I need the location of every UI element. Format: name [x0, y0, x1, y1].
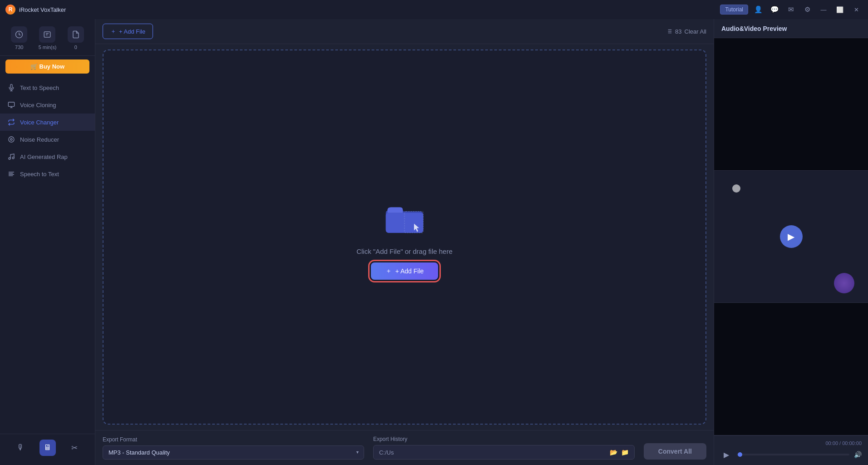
folder-open-icon[interactable]: 📂 [610, 449, 617, 456]
time-display: 00:00 / 00:00:00 [720, 440, 862, 446]
left-content: ＋ + Add File 83 Clear All [95, 19, 714, 465]
minimize-button[interactable]: — [817, 3, 830, 16]
folder-illustration [377, 195, 432, 240]
preview-videos: ▶ [714, 38, 868, 435]
add-file-plus-icon: ＋ [110, 27, 116, 35]
export-history-group: Export History C:/Us 📂 📁 [373, 436, 635, 460]
folder-svg [384, 199, 425, 236]
add-file-center-label: + Add File [395, 267, 424, 275]
preview-title: Audio&Video Preview [714, 19, 868, 38]
sidebar-item-ai-rap[interactable]: AI Generated Rap [0, 148, 95, 165]
add-file-label: + Add File [119, 28, 145, 35]
media-player: 00:00 / 00:00:00 ▶ 🔊 [714, 435, 868, 465]
stat-item-2: 5 min(s) [39, 26, 57, 50]
scissors-bottom-icon[interactable]: ✂ [66, 440, 83, 456]
purple-circle-decoration [834, 273, 854, 293]
add-file-center-button[interactable]: ＋ + Add File [371, 262, 439, 280]
speech-to-text-label: Speech to Text [20, 171, 59, 178]
app-title: iRocket VoxTalker [19, 6, 66, 13]
sidebar-item-voice-changer[interactable]: Voice Changer [0, 114, 95, 131]
voice-cloning-icon [7, 101, 15, 109]
stat-items: 730 [11, 26, 27, 50]
noise-reducer-label: Noise Reducer [20, 136, 59, 143]
voice-changer-label: Voice Changer [20, 119, 59, 126]
app-logo: R [5, 5, 15, 15]
stats-row: 730 5 min(s) 0 [0, 23, 95, 56]
sidebar-item-voice-cloning[interactable]: Voice Cloning [0, 96, 95, 114]
close-button[interactable]: ✕ [850, 3, 863, 16]
stat-730: 730 [15, 45, 23, 50]
svg-point-9 [9, 137, 14, 142]
export-format-select[interactable]: MP3 - Standard Quality [103, 445, 364, 460]
clear-all-button[interactable]: 83 Clear All [666, 28, 706, 35]
files-icon [68, 26, 84, 43]
video-slot-bottom [714, 303, 868, 435]
export-path-text: C:/Us [379, 449, 606, 456]
titlebar: R iRocket VoxTalker Tutorial 👤 💬 ✉ ⚙ — ⬜… [0, 0, 868, 19]
speech-to-text-icon [7, 170, 15, 178]
titlebar-right: Tutorial 👤 💬 ✉ ⚙ — ⬜ ✕ [720, 3, 863, 16]
voice-changer-icon [7, 118, 15, 126]
noise-reducer-icon [7, 135, 15, 143]
stat-mins: 5 min(s) [39, 45, 57, 50]
play-button[interactable]: ▶ [780, 225, 803, 248]
duration-icon [39, 26, 55, 43]
export-path-row: C:/Us 📂 📁 [373, 445, 635, 460]
mail-icon[interactable]: ✉ [784, 3, 797, 16]
svg-rect-6 [8, 102, 14, 106]
main-layout: 730 5 min(s) 0 🛒 Buy Now [0, 19, 868, 465]
timer-icon [11, 26, 27, 43]
svg-point-11 [9, 158, 10, 159]
buy-now-button[interactable]: 🛒 Buy Now [5, 59, 89, 74]
toolbar: ＋ + Add File 83 Clear All [95, 19, 714, 44]
folder-arrow-icon[interactable]: 📁 [621, 449, 629, 456]
export-format-group: Export Format MP3 - Standard Quality [103, 436, 364, 460]
sidebar-item-noise-reducer[interactable]: Noise Reducer [0, 131, 95, 148]
drop-zone[interactable]: Click "Add File" or drag file here ＋ + A… [103, 49, 706, 425]
add-file-button[interactable]: ＋ + Add File [103, 24, 153, 39]
preview-panel: Audio&Video Preview ▶ 00:00 / 00:00:00 [714, 19, 868, 465]
sidebar-bottom: 🎙 🖥 ✂ [0, 434, 95, 461]
play-small-button[interactable]: ▶ [720, 449, 732, 460]
settings-icon[interactable]: ⚙ [801, 3, 814, 16]
time-text: 00:00 / 00:00:00 [825, 440, 862, 446]
format-select-wrapper: MP3 - Standard Quality [103, 445, 364, 460]
chat-icon[interactable]: 💬 [768, 3, 781, 16]
maximize-button[interactable]: ⬜ [833, 3, 846, 16]
progress-bar[interactable] [737, 454, 849, 455]
video-slot-middle: ▶ [714, 171, 868, 303]
white-circle-decoration [732, 184, 740, 193]
stat-zero: 0 [74, 45, 77, 50]
export-history-label: Export History [373, 436, 635, 442]
export-bar: Export Format MP3 - Standard Quality Exp… [95, 430, 714, 465]
svg-point-12 [12, 157, 14, 159]
tutorial-button[interactable]: Tutorial [720, 5, 748, 15]
sidebar: 730 5 min(s) 0 🛒 Buy Now [0, 19, 95, 465]
convert-all-button[interactable]: Convert All [644, 443, 706, 460]
player-controls: ▶ 🔊 [720, 449, 862, 460]
export-format-label: Export Format [103, 436, 364, 443]
clear-all-label: Clear All [685, 28, 706, 35]
ai-rap-label: AI Generated Rap [20, 153, 68, 160]
video-slot-top [714, 38, 868, 171]
screen-bottom-icon[interactable]: 🖥 [39, 440, 56, 456]
titlebar-left: R iRocket VoxTalker [5, 5, 66, 15]
text-to-speech-icon [7, 84, 15, 92]
microphone-bottom-icon[interactable]: 🎙 [13, 440, 29, 456]
add-file-center-plus: ＋ [385, 267, 392, 275]
clear-count: 83 [675, 28, 681, 35]
volume-icon[interactable]: 🔊 [854, 451, 862, 458]
ai-rap-icon [7, 153, 15, 161]
content-and-preview: ＋ + Add File 83 Clear All [95, 19, 868, 465]
progress-dot [738, 452, 742, 457]
user-icon[interactable]: 👤 [752, 3, 764, 16]
drop-instruction: Click "Add File" or drag file here [356, 247, 453, 255]
svg-point-10 [10, 139, 12, 140]
clear-all-icon [666, 28, 672, 35]
stat-item-3: 0 [68, 26, 84, 50]
sidebar-item-text-to-speech[interactable]: Text to Speech [0, 79, 95, 96]
sidebar-item-speech-to-text[interactable]: Speech to Text [0, 165, 95, 183]
text-to-speech-label: Text to Speech [20, 84, 59, 91]
voice-cloning-label: Voice Cloning [20, 102, 56, 109]
